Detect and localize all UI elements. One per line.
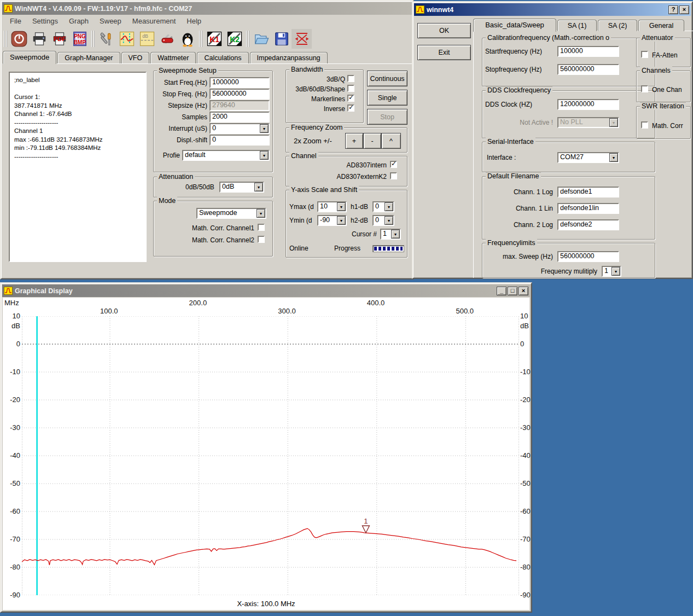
- frequency-multiply-combo[interactable]: 1▼: [602, 266, 621, 277]
- math-corr-ch2-checkbox[interactable]: [258, 236, 265, 243]
- chevron-down-icon[interactable]: ▼: [391, 230, 400, 239]
- start-freq-label: Start Freq.(Hz): [154, 79, 207, 86]
- exit-button[interactable]: Exit: [417, 45, 471, 60]
- tab-calculations[interactable]: Calculations: [197, 52, 248, 63]
- stopfrequency-label: Stopfrequency (Hz): [485, 66, 555, 73]
- h2-db-combo[interactable]: 0▼: [372, 215, 394, 226]
- chevron-down-icon[interactable]: ▼: [385, 216, 393, 225]
- power-button[interactable]: [9, 29, 29, 49]
- inverse-checkbox[interactable]: [347, 104, 354, 112]
- main-titlebar[interactable]: WinNWT4 - V.4.09.09 - FW:1.19:V17 - hfm9…: [2, 2, 412, 15]
- displ-shift-input[interactable]: 0: [209, 135, 270, 146]
- chann2-log-input[interactable]: defsonde2: [557, 219, 619, 230]
- samples-input[interactable]: 2000: [209, 112, 270, 123]
- tab-graph-manager[interactable]: Graph-Manager: [57, 52, 120, 63]
- graph-settings-button[interactable]: [117, 29, 137, 49]
- ymin-combo[interactable]: -90▼: [317, 215, 347, 226]
- tab-sa1[interactable]: SA (1): [557, 20, 597, 31]
- cursor-number-combo[interactable]: 1▼: [380, 229, 401, 240]
- db-scale-button[interactable]: dB: [137, 29, 157, 49]
- zoom-up-button[interactable]: ^: [381, 133, 401, 149]
- close-button[interactable]: ×: [679, 5, 689, 14]
- interface-combo[interactable]: COM27▼: [557, 152, 619, 163]
- y-tick-label: -40: [4, 451, 20, 460]
- tab-general[interactable]: General: [638, 20, 684, 31]
- stop-freq-input[interactable]: 560000000: [209, 89, 270, 100]
- tab-wattmeter[interactable]: Wattmeter: [150, 52, 196, 63]
- bw-shape-checkbox[interactable]: [347, 85, 354, 92]
- close-button[interactable]: ×: [519, 287, 528, 295]
- svg-text:PDF: PDF: [53, 36, 66, 42]
- tools-button[interactable]: [96, 29, 117, 49]
- tab-sa2[interactable]: SA (2): [598, 20, 637, 31]
- menu-settings[interactable]: Settings: [27, 15, 63, 27]
- print-pdf-button[interactable]: PDF: [49, 29, 69, 49]
- continuous-button[interactable]: Continuous: [367, 71, 407, 86]
- marker-triangle-icon[interactable]: [362, 526, 369, 533]
- math-corr-ch1-checkbox[interactable]: [258, 224, 265, 231]
- zoom-plus-button[interactable]: +: [345, 133, 363, 149]
- chann1-log-label: Chann. 1 Log: [485, 188, 553, 196]
- export-image-button[interactable]: PNGBMP: [69, 29, 90, 49]
- channel-k2-button[interactable]: K2: [224, 29, 244, 49]
- markerlines-checkbox[interactable]: [347, 95, 354, 102]
- ok-button[interactable]: OK: [417, 23, 471, 38]
- graph-titlebar[interactable]: Graphical Display _ □ ×: [2, 284, 530, 297]
- attenuation-combo[interactable]: 0dB▼: [219, 182, 264, 193]
- tab-basic-data-sweep[interactable]: Basic_data/Sweep: [473, 19, 556, 32]
- max-sweep-input[interactable]: 560000000: [557, 251, 619, 262]
- save-file-button[interactable]: [271, 29, 292, 49]
- ymax-combo[interactable]: 10▼: [317, 201, 347, 212]
- swr-math-corr-checkbox[interactable]: [641, 121, 648, 129]
- chevron-down-icon[interactable]: ▼: [260, 124, 269, 133]
- channel-k1-button[interactable]: K1: [204, 29, 224, 49]
- dds-clock-input[interactable]: 120000000: [557, 99, 619, 110]
- ad8307-extern-checkbox[interactable]: [390, 172, 397, 179]
- tux-penguin-button[interactable]: [177, 29, 197, 49]
- open-file-button[interactable]: [251, 29, 271, 49]
- startfrequency-input[interactable]: 100000: [557, 46, 619, 57]
- mode-combo[interactable]: Sweepmode▼: [196, 208, 266, 219]
- chevron-down-icon[interactable]: ▼: [612, 267, 620, 276]
- tab-sweepmode[interactable]: Sweepmode: [3, 51, 56, 64]
- help-button[interactable]: ?: [668, 5, 678, 14]
- chevron-down-icon[interactable]: ▼: [385, 202, 393, 211]
- zoom-minus-button[interactable]: -: [363, 133, 381, 149]
- chann1-lin-input[interactable]: defsonde1lin: [557, 203, 619, 214]
- chevron-down-icon[interactable]: ▼: [260, 151, 269, 160]
- svg-text:dB: dB: [142, 33, 148, 39]
- start-freq-input[interactable]: 1000000: [209, 77, 270, 88]
- maximize-button[interactable]: □: [508, 287, 517, 295]
- dialog-titlebar[interactable]: winnwt4 ? ×: [414, 3, 691, 16]
- print-button[interactable]: [29, 29, 49, 49]
- tab-vfo[interactable]: VFO: [121, 52, 150, 63]
- interrupt-combo[interactable]: 0▼: [209, 123, 270, 134]
- minimize-button[interactable]: _: [497, 287, 506, 295]
- fa-atten-checkbox[interactable]: [641, 51, 648, 58]
- tab-impedanzanpassung[interactable]: Impedanzanpassung: [250, 52, 328, 63]
- single-button[interactable]: Single: [367, 90, 407, 106]
- chevron-down-icon[interactable]: ▼: [257, 209, 265, 218]
- chevron-down-icon[interactable]: ▼: [337, 202, 346, 211]
- menu-graph[interactable]: Graph: [63, 15, 94, 27]
- chevron-down-icon[interactable]: ▼: [337, 216, 346, 225]
- group-title: Y-axis Scale and Shift: [289, 186, 359, 194]
- ad8307-intern-checkbox[interactable]: [390, 161, 397, 168]
- ad8307-extern-label: AD8307externK2: [287, 173, 387, 181]
- chann1-log-input[interactable]: defsonde1: [557, 187, 619, 197]
- plot-canvas[interactable]: 1: [22, 316, 519, 595]
- y-tick-label: -70: [4, 535, 20, 543]
- chevron-down-icon[interactable]: ▼: [254, 183, 263, 191]
- bw-3db-q-checkbox[interactable]: [347, 75, 354, 82]
- profile-combo[interactable]: default▼: [182, 150, 270, 161]
- one-chan-checkbox[interactable]: [641, 85, 648, 92]
- menu-measurement[interactable]: Measurement: [127, 15, 181, 27]
- swiss-knife-button[interactable]: [157, 29, 177, 49]
- menu-help[interactable]: Help: [181, 15, 207, 27]
- h1-db-combo[interactable]: 0▼: [372, 201, 394, 212]
- menu-file[interactable]: File: [4, 15, 27, 27]
- chevron-down-icon[interactable]: ▼: [609, 153, 618, 162]
- stopfrequency-input[interactable]: 560000000: [557, 64, 619, 75]
- menu-sweep[interactable]: Sweep: [94, 15, 127, 27]
- impedance-match-button[interactable]: [292, 29, 312, 49]
